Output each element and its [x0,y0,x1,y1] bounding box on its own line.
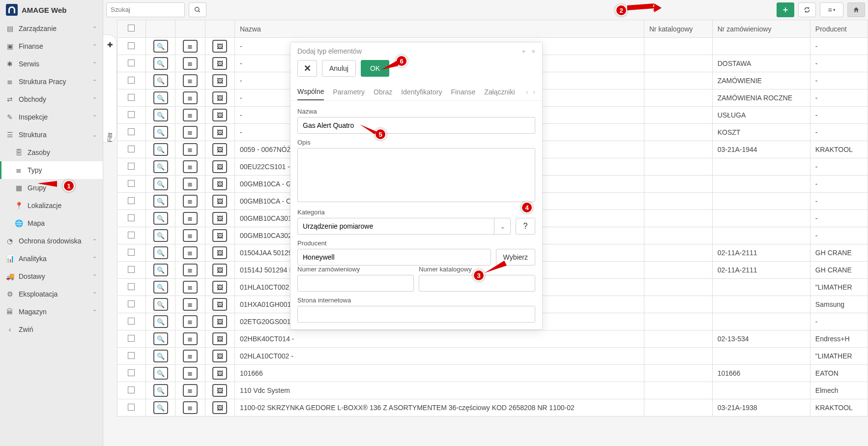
numer-zam-field[interactable] [297,275,414,292]
row-checkbox[interactable] [128,249,135,256]
col-nr-katalogowy[interactable]: Nr katalogowy [644,20,712,38]
list-icon[interactable]: ≣ [183,298,198,311]
zoom-icon[interactable]: 🔍 [153,229,168,242]
image-icon[interactable]: 🖼 [212,229,227,242]
image-icon[interactable]: 🖼 [212,332,227,345]
col-checkbox[interactable] [117,20,146,38]
list-icon[interactable]: ≣ [183,350,198,362]
sidebar-item-zasoby[interactable]: 🗄Zasoby [0,144,103,161]
image-icon[interactable]: 🖼 [212,178,227,190]
zoom-icon[interactable]: 🔍 [153,315,168,328]
row-checkbox[interactable] [128,300,135,307]
producent-field[interactable] [297,249,491,266]
zoom-icon[interactable]: 🔍 [153,160,168,173]
wybierz-button[interactable]: Wybierz [496,249,535,266]
sidebar-item-dostawy[interactable]: 🚚Dostawy⌃ [0,268,103,285]
image-icon[interactable]: 🖼 [212,246,227,259]
zoom-icon[interactable]: 🔍 [153,91,168,104]
table-row[interactable]: 🔍≣🖼02HLA10CT002 -"LIMATHER [117,348,868,365]
image-icon[interactable]: 🖼 [212,57,227,70]
zoom-icon[interactable]: 🔍 [153,332,168,345]
col-producent[interactable]: Producent [810,20,868,38]
list-icon[interactable]: ≣ [183,212,198,225]
table-row[interactable]: 🔍≣🖼110 Vdc SystemElmech [117,382,868,399]
list-icon[interactable]: ≣ [183,109,198,121]
list-icon[interactable]: ≣ [183,401,198,414]
sidebar-item-inspekcje[interactable]: ✎Inspekcje⌃ [0,108,103,126]
row-checkbox[interactable] [128,180,135,187]
image-icon[interactable]: 🖼 [212,281,227,294]
zoom-icon[interactable]: 🔍 [153,74,168,87]
col-nr-zamowieniowy[interactable]: Nr zamówieniowy [712,20,810,38]
sidebar-item-obchody[interactable]: ⇄Obchody⌃ [0,90,103,108]
kategoria-help-button[interactable]: ? [516,218,535,235]
row-checkbox[interactable] [128,42,135,49]
list-icon[interactable]: ≣ [183,332,198,345]
image-icon[interactable]: 🖼 [212,109,227,121]
image-icon[interactable]: 🖼 [212,298,227,311]
nazwa-field[interactable] [297,117,535,134]
zoom-icon[interactable]: 🔍 [153,195,168,208]
image-icon[interactable]: 🖼 [212,367,227,380]
row-checkbox[interactable] [128,387,135,393]
sidebar-item-zwiń[interactable]: ‹Zwiń [0,321,103,338]
row-checkbox[interactable] [128,214,135,221]
image-icon[interactable]: 🖼 [212,126,227,139]
modal-plus-icon[interactable]: + [522,48,526,55]
tab-parametry[interactable]: Parametry [333,84,365,100]
add-button[interactable] [777,2,794,17]
list-icon[interactable]: ≣ [183,246,198,259]
chevron-down-icon[interactable]: ⌄ [494,218,511,235]
list-icon[interactable]: ≣ [183,229,198,242]
list-icon[interactable]: ≣ [183,384,198,397]
numer-kat-field[interactable] [419,275,535,292]
zoom-icon[interactable]: 🔍 [153,40,168,53]
zoom-icon[interactable]: 🔍 [153,57,168,70]
list-icon[interactable]: ≣ [183,160,198,173]
tab-next-icon[interactable]: › [533,88,535,96]
sidebar-item-typy[interactable]: ≣Typy [0,161,103,179]
zoom-icon[interactable]: 🔍 [153,401,168,414]
list-icon[interactable]: ≣ [183,143,198,156]
sidebar-item-zarządzanie[interactable]: ▤Zarządzanie⌃ [0,20,103,37]
list-icon[interactable]: ≣ [183,195,198,208]
image-icon[interactable]: 🖼 [212,350,227,362]
zoom-icon[interactable]: 🔍 [153,264,168,276]
row-checkbox[interactable] [128,283,135,290]
zoom-icon[interactable]: 🔍 [153,298,168,311]
image-icon[interactable]: 🖼 [212,315,227,328]
col-nazwa[interactable]: Nazwa [234,20,644,38]
row-checkbox[interactable] [128,266,135,273]
zoom-icon[interactable]: 🔍 [153,178,168,190]
tab-prev-icon[interactable]: ‹ [526,88,528,96]
cancel-button[interactable]: Anuluj [322,60,356,77]
sidebar-item-ochrona-środowiska[interactable]: ◔Ochrona środowiska⌃ [0,232,103,250]
sidebar-item-serwis[interactable]: ✱Serwis⌃ [0,55,103,73]
row-checkbox[interactable] [128,369,135,376]
row-checkbox[interactable] [128,163,135,170]
tab-wspólne[interactable]: Wspólne [297,84,324,100]
tab-finanse[interactable]: Finanse [451,84,475,100]
list-icon[interactable]: ≣ [183,91,198,104]
tab-załączniki[interactable]: Załączniki [484,84,515,100]
row-checkbox[interactable] [128,94,135,101]
sidebar-item-magazyn[interactable]: 🏛Magazyn⌃ [0,303,103,321]
tab-obraz[interactable]: Obraz [374,84,392,100]
row-checkbox[interactable] [128,59,135,66]
zoom-icon[interactable]: 🔍 [153,384,168,397]
row-checkbox[interactable] [128,146,135,152]
row-checkbox[interactable] [128,404,135,411]
sidebar-item-lokalizacje[interactable]: 📍Lokalizacje [0,197,103,214]
zoom-icon[interactable]: 🔍 [153,246,168,259]
menu-button[interactable]: ≡▾ [820,2,843,17]
zoom-icon[interactable]: 🔍 [153,126,168,139]
sidebar-item-struktura[interactable]: ☰Struktura⌄ [0,126,103,144]
list-icon[interactable]: ≣ [183,367,198,380]
list-icon[interactable]: ≣ [183,178,198,190]
modal-close-icon[interactable]: × [531,48,535,55]
image-icon[interactable]: 🖼 [212,160,227,173]
home-button[interactable] [847,2,865,17]
image-icon[interactable]: 🖼 [212,401,227,414]
image-icon[interactable]: 🖼 [212,143,227,156]
row-checkbox[interactable] [128,128,135,135]
